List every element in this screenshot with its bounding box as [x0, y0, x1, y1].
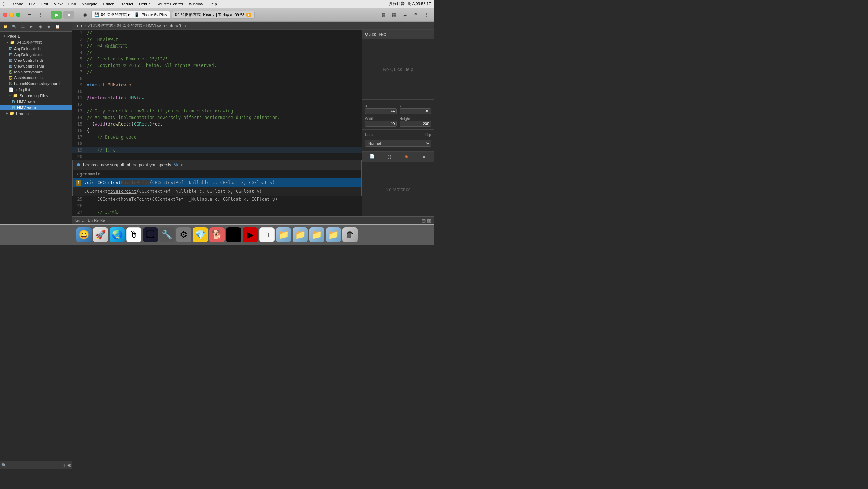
code-line: 20: [72, 153, 362, 160]
nav-folder-icon[interactable]: 📁: [1, 23, 9, 30]
navigator-toggle-button[interactable]: ☰: [25, 11, 34, 19]
maximize-button[interactable]: [16, 13, 20, 17]
menu-xcode[interactable]: Xcode: [12, 2, 23, 6]
sidebar-item-hmview-h[interactable]: 🖹 HMView.h: [0, 99, 72, 105]
sidebar-item-viewcontroller-m[interactable]: 🖹 ViewController.m: [0, 63, 72, 69]
breadcrumb-nav-back[interactable]: ◄: [75, 24, 79, 28]
sidebar-item-viewcontroller-h[interactable]: 🖹 ViewController.h: [0, 58, 72, 63]
x-input[interactable]: [365, 108, 397, 114]
code-editor[interactable]: 1// 2// HMView.m 3// 04-绘图的方式 4// 5// Cr…: [72, 30, 362, 216]
sidebar-item-main-storyboard[interactable]: 🖼 Main.storyboard: [0, 69, 72, 75]
autocomplete-item-text: void CGContextMoveToPoint(CGContextRef _…: [84, 180, 275, 185]
dock-folder-4[interactable]: 📁: [326, 227, 341, 242]
layout-button-2[interactable]: ▩: [389, 11, 399, 19]
breadcrumb-group[interactable]: 04-绘图的方式: [117, 23, 142, 28]
dock-folder-3[interactable]: 📁: [309, 227, 324, 242]
nav-debug-icon[interactable]: ◉: [36, 23, 44, 30]
menu-product[interactable]: Product: [119, 2, 133, 6]
code-line: 19 // 1. c: [72, 147, 362, 153]
sidebar-item-info-plist[interactable]: 📄 Info.plist: [0, 86, 72, 93]
autocomplete-item[interactable]: CGContextMoveToPoint(CGContextRef _Nulla…: [73, 187, 361, 196]
rp-file-icon[interactable]: 📄: [368, 153, 376, 160]
nav-test-icon[interactable]: ▶: [27, 23, 35, 30]
dock-sketch[interactable]: 💎: [193, 227, 208, 242]
layout-button-4[interactable]: ☂: [411, 11, 420, 19]
menu-source-control[interactable]: Source Control: [157, 2, 183, 6]
dock-keyboard[interactable]: ⎕: [259, 227, 275, 242]
nav-report-icon[interactable]: 📋: [54, 23, 61, 30]
editor-grid-button[interactable]: ▤: [422, 218, 426, 223]
folder-icon: 📁: [9, 111, 14, 116]
sidebar-item-assets[interactable]: 🖼 Assets.xcassets: [0, 75, 72, 81]
sidebar-item-hmview-m[interactable]: 🖹 HMView.m: [0, 105, 72, 110]
minimize-button[interactable]: [9, 13, 14, 17]
dock-terminal[interactable]: ▶: [226, 227, 241, 242]
rp-layout-icon[interactable]: ■: [420, 153, 428, 160]
sidebar-item-products[interactable]: ▶ 📁 Products: [0, 110, 72, 116]
disclosure-icon: ▼: [9, 94, 12, 97]
menu-view[interactable]: View: [54, 2, 63, 6]
dock-launchpad[interactable]: 🚀: [93, 227, 108, 242]
nav-breakpoint-icon[interactable]: ◆: [45, 23, 53, 30]
debug-toggle-button[interactable]: ⋮: [35, 11, 45, 19]
breadcrumb-bar: ◄ ► ▸ 04-绘图的方式 ▸ 04-绘图的方式 ▸ HMView.m ▸ -…: [72, 22, 434, 30]
rp-code-icon[interactable]: { }: [386, 153, 393, 160]
code-line: 9#import "HMView.h": [72, 82, 362, 88]
dock-trash[interactable]: 🗑: [342, 227, 358, 242]
menu-window[interactable]: Window: [189, 2, 203, 6]
code-line: 7//: [72, 69, 362, 75]
menu-editor[interactable]: Editor: [103, 2, 114, 6]
nav-search-icon[interactable]: 🔍: [10, 23, 18, 30]
disclosure-icon: ▼: [6, 41, 9, 44]
sidebar-item-label: Products: [16, 111, 31, 116]
sidebar-item-launchscreen[interactable]: 🖼 LaunchScreen.storyboard: [0, 81, 72, 86]
menu-edit[interactable]: Edit: [41, 2, 48, 6]
menu-navigate[interactable]: Navigate: [82, 2, 97, 6]
apple-menu[interactable]: : [3, 1, 5, 7]
run-button[interactable]: ▶: [51, 11, 62, 19]
dock-folder-1[interactable]: 📁: [276, 227, 291, 242]
dock-systemprefs[interactable]: ⚙: [176, 227, 191, 242]
line-col-label-3: Lin: [88, 218, 93, 222]
y-input[interactable]: [400, 108, 431, 114]
stop-button[interactable]: ■: [63, 11, 74, 19]
breadcrumb-project[interactable]: 04-绘图的方式: [88, 23, 113, 28]
layout-button-3[interactable]: ☁: [400, 11, 409, 19]
dock-folder-2[interactable]: 📁: [293, 227, 308, 242]
dock-finder[interactable]: 😀: [76, 227, 92, 242]
menu-debug[interactable]: Debug: [139, 2, 150, 6]
breakpoint-button[interactable]: ◉: [80, 11, 90, 19]
dock-safari[interactable]: 🌏: [110, 227, 125, 242]
nav-issue-icon[interactable]: ⚠: [19, 23, 27, 30]
normal-select[interactable]: Normal: [365, 140, 431, 147]
dock-tools[interactable]: 🔧: [159, 227, 175, 242]
dock-paw[interactable]: 🐕: [209, 227, 225, 242]
input-method[interactable]: 搜狗拼音: [389, 1, 405, 7]
toolbar: ☰ ⋮ ▶ ■ ◉ 💾 04-绘图的方式 ▸ | 📱 iPhone 6s Plu…: [0, 8, 434, 22]
dock-quicktime[interactable]: 🎞: [143, 227, 158, 242]
assistant-editor-button[interactable]: ⋮: [422, 11, 431, 19]
rp-circle-icon[interactable]: ◉: [403, 153, 410, 160]
editor-list-button[interactable]: ▥: [427, 218, 431, 223]
breadcrumb-nav-forward[interactable]: ►: [80, 24, 84, 28]
close-button[interactable]: [3, 13, 7, 17]
menu-find[interactable]: Find: [68, 2, 76, 6]
layout-button-1[interactable]: ▨: [378, 11, 388, 19]
sidebar-item-supporting-files[interactable]: ▼ 📁 Supporting Files: [0, 93, 72, 99]
dock-mouse[interactable]: 🖰: [126, 227, 141, 242]
sidebar-root[interactable]: ▼ Page 1: [0, 33, 72, 39]
more-link[interactable]: More...: [174, 162, 187, 167]
autocomplete-item-selected[interactable]: f void CGContextMoveToPoint(CGContextRef…: [73, 178, 361, 187]
scheme-selector[interactable]: 💾 04-绘图的方式 ▸ | 📱 iPhone 6s Plus: [91, 11, 170, 19]
sidebar-item-project[interactable]: ▼ 📁 04-绘图的方式: [0, 39, 72, 46]
breadcrumb-symbol[interactable]: -drawRect:: [169, 24, 188, 28]
sidebar-item-appdelegate-m[interactable]: 🖹 AppDelegate.m: [0, 52, 72, 58]
height-input[interactable]: [400, 121, 431, 127]
sidebar-item-appdelegate-h[interactable]: 🖹 AppDelegate.h: [0, 46, 72, 52]
menu-help[interactable]: Help: [209, 2, 217, 6]
device-icon: 📱: [134, 12, 139, 17]
dock-player[interactable]: ▶: [243, 227, 258, 242]
menu-file[interactable]: File: [29, 2, 35, 6]
breadcrumb-file[interactable]: HMView.m: [146, 24, 165, 28]
width-input[interactable]: [365, 121, 397, 127]
